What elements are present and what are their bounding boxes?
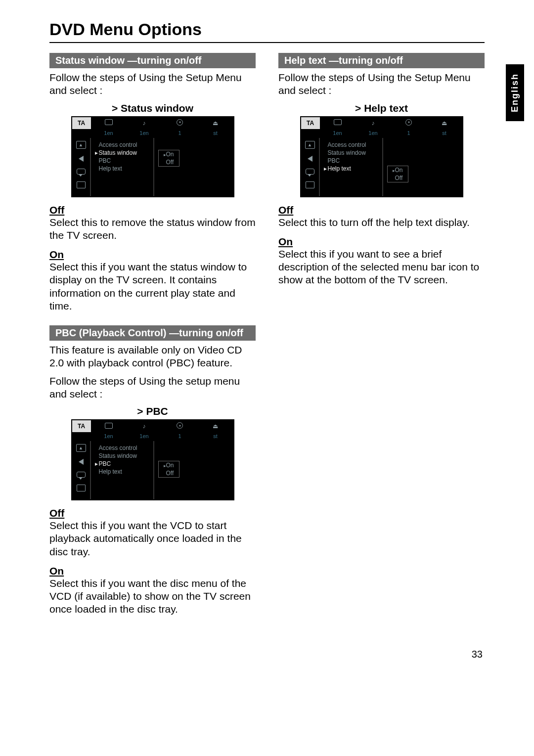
disc-icon <box>162 119 198 127</box>
caption-pbc: > PBC <box>49 405 256 417</box>
side-icon-speaker <box>308 156 312 162</box>
screen-icon <box>91 423 127 430</box>
help-off-heading: Off <box>278 204 485 216</box>
sound-icon: ♪ <box>356 120 391 127</box>
osd-val-3: 1 <box>162 432 198 441</box>
status-on-heading: On <box>49 249 256 261</box>
side-icon-speaker <box>79 459 84 465</box>
side-icon-lock <box>77 181 86 188</box>
osd-val-2: 1en <box>356 129 391 138</box>
osd-options-status: ▸On ▸Off <box>158 150 179 167</box>
side-icon-subtitle <box>77 169 86 175</box>
osd-item-pbc: PBC <box>323 157 378 165</box>
osd-val-1: 1en <box>91 129 127 138</box>
help-on-text: Select this if you want to see a brief d… <box>278 248 485 287</box>
osd-opt-off: ▸Off <box>159 158 179 166</box>
osd-val-4: st <box>427 129 462 138</box>
osd-options-help: ▸On ▸Off <box>387 166 408 182</box>
status-on-text: Select this if you want the status windo… <box>49 261 256 312</box>
osd-opt-off: ▸Off <box>159 469 179 477</box>
caption-status: > Status window <box>49 102 256 114</box>
eject-icon: ⏏ <box>427 120 462 127</box>
ta-icon: TA <box>78 423 85 430</box>
osd-val-3: 1 <box>391 129 427 138</box>
right-column: Help text —turning on/off Follow the ste… <box>278 53 485 629</box>
osd-options-pbc: ▸On ▸Off <box>158 461 179 478</box>
side-icon-tv: ▲ <box>305 141 315 149</box>
status-off-heading: Off <box>49 204 256 216</box>
osd-item-help: Help text <box>94 468 149 476</box>
section-pbc: PBC (Playback Control) —turning on/off T… <box>49 325 256 616</box>
intro-pbc-1: This feature is available only on Video … <box>49 344 256 370</box>
language-tab: English <box>506 64 524 121</box>
osd-item-status: Status window <box>94 452 149 460</box>
osd-status-window: TA ♪ ⏏ 1en 1en 1 <box>71 116 234 197</box>
osd-help-text: TA ♪ ⏏ 1en 1en 1 <box>300 116 463 197</box>
sound-icon: ♪ <box>127 120 162 127</box>
osd-item-access: Access control <box>323 141 378 149</box>
osd-val-2: 1en <box>127 129 162 138</box>
side-icon-tv: ▲ <box>76 444 86 452</box>
side-icon-tv: ▲ <box>76 141 86 149</box>
intro-help: Follow the steps of Using the Setup Menu… <box>278 71 485 97</box>
osd-item-access: Access control <box>94 141 149 149</box>
pbc-on-heading: On <box>49 565 256 577</box>
pbc-off-text: Select this if you want the VCD to start… <box>49 519 256 558</box>
osd-val-2: 1en <box>127 432 162 441</box>
ta-icon: TA <box>78 120 85 127</box>
osd-opt-on: ▸On <box>388 166 408 174</box>
intro-pbc-2: Follow the steps of Using the setup menu… <box>49 375 256 401</box>
osd-item-status: ▸Status window <box>94 149 149 157</box>
osd-item-help: ▸Help text <box>323 165 378 173</box>
osd-opt-on: ▸On <box>159 150 179 158</box>
osd-item-status: Status window <box>323 149 378 157</box>
osd-val-4: st <box>198 129 233 138</box>
ta-icon: TA <box>307 120 314 127</box>
caption-help: > Help text <box>278 102 485 114</box>
heading-help-text: Help text —turning on/off <box>278 53 485 68</box>
osd-opt-on: ▸On <box>159 461 179 469</box>
disc-icon <box>162 422 198 430</box>
osd-opt-off: ▸Off <box>388 174 408 182</box>
help-on-heading: On <box>278 236 485 248</box>
osd-val-3: 1 <box>162 129 198 138</box>
page-number: 33 <box>49 649 485 660</box>
osd-item-access: Access control <box>94 444 149 452</box>
intro-status: Follow the steps of Using the Setup Menu… <box>49 71 256 97</box>
eject-icon: ⏏ <box>198 120 233 127</box>
title-rule <box>49 42 485 43</box>
left-column: Status window —turning on/off Follow the… <box>49 53 256 629</box>
osd-item-help: Help text <box>94 165 149 173</box>
side-icon-lock <box>306 181 314 188</box>
heading-status-window: Status window —turning on/off <box>49 53 256 68</box>
osd-item-pbc: PBC <box>94 157 149 165</box>
eject-icon: ⏏ <box>198 423 233 430</box>
section-status-window: Status window —turning on/off Follow the… <box>49 53 256 312</box>
osd-val-4: st <box>198 432 233 441</box>
screen-icon <box>91 119 127 127</box>
pbc-on-text: Select this if you want the disc menu of… <box>49 577 256 616</box>
section-help-text: Help text —turning on/off Follow the ste… <box>278 53 485 287</box>
disc-icon <box>391 119 427 127</box>
side-icon-speaker <box>79 156 84 162</box>
help-off-text: Select this to turn off the help text di… <box>278 216 485 229</box>
osd-item-pbc: ▸PBC <box>94 460 149 468</box>
pbc-off-heading: Off <box>49 507 256 519</box>
osd-val-1: 1en <box>320 129 356 138</box>
sound-icon: ♪ <box>127 423 162 430</box>
side-icon-lock <box>77 485 86 491</box>
page-title: DVD Menu Options <box>49 20 485 39</box>
osd-val-1: 1en <box>91 432 127 441</box>
status-off-text: Select this to remove the status window … <box>49 216 256 242</box>
side-icon-subtitle <box>77 472 86 478</box>
osd-pbc: TA ♪ ⏏ 1en 1en 1 <box>71 419 234 500</box>
heading-pbc: PBC (Playback Control) —turning on/off <box>49 325 256 341</box>
side-icon-subtitle <box>306 169 314 175</box>
screen-icon <box>320 119 356 127</box>
